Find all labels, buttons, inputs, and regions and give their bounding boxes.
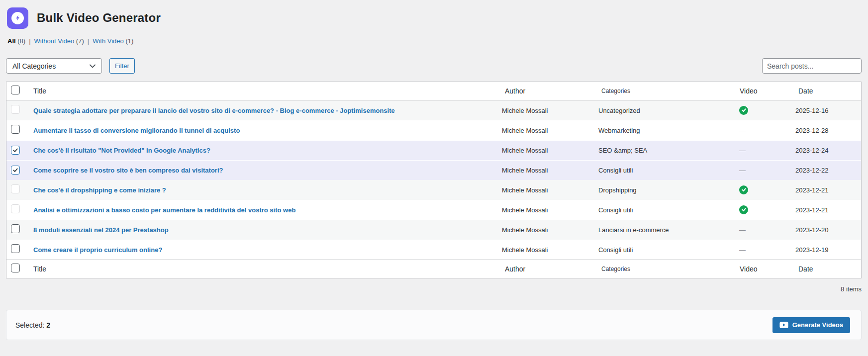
post-title-link[interactable]: Che cos'è il risultato "Not Provided" in… (33, 147, 210, 154)
post-title-link[interactable]: 8 moduli essenziali nel 2024 per Prestas… (33, 226, 169, 234)
table-row: Aumentare il tasso di conversione miglio… (6, 120, 861, 140)
no-video-dash: — (739, 167, 746, 174)
categories-cell: Consigli utili (598, 246, 737, 254)
column-footer-categories: Categories (598, 266, 737, 272)
table-header-row: Title Author Categories Video Date (6, 82, 861, 100)
author-cell: Michele Mossali (502, 206, 598, 214)
filter-toolbar: All Categories Filter (6, 58, 862, 74)
row-checkbox[interactable] (11, 244, 20, 253)
video-status-cell: — (737, 185, 795, 195)
no-video-dash: — (739, 147, 746, 154)
date-cell: 2023-12-28 (795, 127, 861, 134)
date-cell: 2023-12-20 (795, 226, 861, 234)
post-title-link[interactable]: Aumentare il tasso di conversione miglio… (33, 127, 240, 134)
author-cell: Michele Mossali (502, 246, 598, 254)
page-title: Bulk Video Generator (37, 11, 161, 25)
view-filter-with-video[interactable]: With Video (1) (93, 37, 133, 45)
view-filters: All (8)|Without Video (7)|With Video (1) (7, 37, 862, 45)
category-select-value: All Categories (12, 62, 56, 70)
has-video-check-icon (739, 185, 748, 194)
table-body: Quale strategia adottare per preparare i… (6, 100, 861, 260)
bulk-video-generator-page: Bulk Video Generator All (8)|Without Vid… (0, 0, 868, 340)
row-checkbox[interactable] (11, 224, 20, 233)
categories-cell: Consigli utili (598, 167, 737, 174)
has-video-check-icon (739, 205, 748, 214)
no-video-dash: — (739, 246, 746, 254)
video-status-cell: — (737, 126, 795, 135)
column-header-author: Author (502, 87, 598, 95)
video-status-cell: — (737, 205, 795, 215)
action-bar: Selected: 2 Generate Videos (6, 310, 862, 340)
table-row: Che cos'è il dropshipping e come iniziar… (6, 180, 861, 200)
video-status-cell: — (737, 225, 795, 234)
select-all-checkbox[interactable] (11, 86, 20, 94)
table-row: 8 moduli essenziali nel 2024 per Prestas… (6, 220, 861, 240)
view-filter-all[interactable]: All (8) (7, 37, 25, 45)
author-cell: Michele Mossali (502, 167, 598, 174)
selected-count: 2 (46, 321, 50, 329)
column-footer-title: Title (30, 265, 502, 273)
view-filter-without-video[interactable]: Without Video (7) (34, 37, 84, 45)
generate-videos-label: Generate Videos (792, 321, 843, 329)
row-checkbox[interactable] (11, 166, 20, 175)
categories-cell: Uncategorized (598, 107, 737, 114)
post-title-link[interactable]: Quale strategia adottare per preparare i… (33, 107, 395, 114)
column-header-video: Video (737, 87, 795, 95)
categories-cell: SEO &amp; SEA (598, 147, 737, 154)
view-separator: | (88, 37, 89, 45)
categories-cell: Webmarketing (598, 127, 737, 134)
row-checkbox (11, 204, 20, 213)
video-status-cell: — (737, 106, 795, 115)
categories-cell: Consigli utili (598, 206, 737, 214)
selected-label: Selected: (15, 321, 44, 329)
post-title-link[interactable]: Analisi e ottimizzazioni a basso costo p… (33, 206, 295, 214)
author-cell: Michele Mossali (502, 226, 598, 234)
table-row: Quale strategia adottare per preparare i… (6, 100, 861, 120)
row-checkbox[interactable] (11, 125, 20, 134)
category-select[interactable]: All Categories (6, 58, 102, 74)
column-footer-date: Date (795, 265, 861, 273)
has-video-check-icon (739, 106, 748, 115)
author-cell: Michele Mossali (502, 127, 598, 134)
video-status-cell: — (737, 245, 795, 254)
generate-videos-button[interactable]: Generate Videos (772, 317, 850, 333)
column-footer-video: Video (737, 265, 795, 273)
column-header-title: Title (30, 87, 502, 95)
author-cell: Michele Mossali (502, 186, 598, 194)
column-header-categories: Categories (598, 88, 737, 94)
row-checkbox[interactable] (11, 146, 20, 155)
app-header: Bulk Video Generator (7, 7, 862, 29)
no-video-dash: — (739, 127, 746, 134)
categories-cell: Dropshipping (598, 186, 737, 194)
author-cell: Michele Mossali (502, 147, 598, 154)
date-cell: 2023-12-21 (795, 186, 861, 194)
no-video-dash: — (739, 226, 746, 234)
lightning-bolt-icon (11, 12, 24, 24)
table-row: Analisi e ottimizzazioni a basso costo p… (6, 200, 861, 220)
column-footer-author: Author (502, 265, 598, 273)
video-status-cell: — (737, 166, 795, 175)
posts-table: Title Author Categories Video Date Quale… (6, 82, 862, 278)
selected-count-info: Selected: 2 (15, 321, 50, 329)
filter-button[interactable]: Filter (109, 58, 135, 74)
items-count: 8 items (6, 285, 862, 293)
table-footer-row: Title Author Categories Video Date (6, 260, 861, 278)
post-title-link[interactable]: Come creare il proprio curriculum online… (33, 246, 162, 254)
post-title-link[interactable]: Come scoprire se il vostro sito è ben co… (33, 167, 223, 174)
row-checkbox (11, 184, 20, 193)
table-row: Come scoprire se il vostro sito è ben co… (6, 160, 861, 180)
select-all-checkbox-bottom[interactable] (11, 264, 20, 272)
date-cell: 2023-12-22 (795, 167, 861, 174)
view-separator: | (29, 37, 30, 45)
column-header-date: Date (795, 87, 861, 95)
categories-cell: Lanciarsi in e-commerce (598, 226, 737, 234)
date-cell: 2023-12-24 (795, 147, 861, 154)
author-cell: Michele Mossali (502, 107, 598, 114)
video-play-icon (779, 321, 788, 329)
post-title-link[interactable]: Che cos'è il dropshipping e come iniziar… (33, 186, 166, 194)
table-row: Come creare il proprio curriculum online… (6, 240, 861, 260)
row-checkbox (11, 105, 20, 114)
date-cell: 2023-12-19 (795, 246, 861, 254)
search-input[interactable] (762, 58, 862, 74)
chevron-down-icon (90, 64, 96, 68)
